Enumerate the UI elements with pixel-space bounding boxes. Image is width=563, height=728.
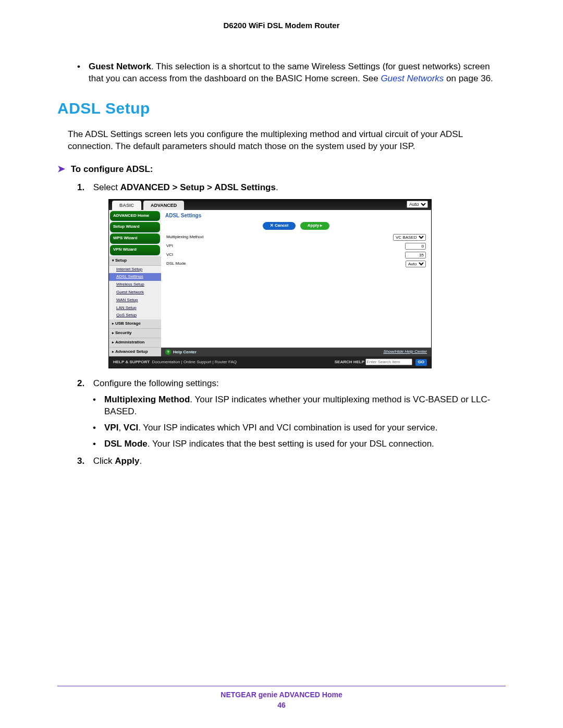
task-heading: ➤ To configure ADSL: — [57, 163, 506, 175]
help-center-bar: ?Help Center Show/Hide Help Center — [161, 348, 431, 357]
sidebar-vpn-wizard[interactable]: VPN Wizard — [110, 245, 160, 255]
page-footer: NETGEAR genie ADVANCED Home 46 — [57, 686, 506, 709]
intro-bullet-label: Guest Network — [89, 61, 151, 71]
vci-input[interactable] — [405, 252, 426, 258]
chevron-right-icon: ➤ — [57, 164, 65, 174]
sidebar-item-guest-network[interactable]: Guest Network — [109, 289, 161, 297]
guest-networks-link[interactable]: Guest Networks — [381, 73, 444, 83]
step-1: 1. Select ADVANCED > Setup > ADSL Settin… — [77, 182, 506, 368]
sidebar-item-wan-setup[interactable]: WAN Setup — [109, 297, 161, 304]
step-3: 3. Click Apply. — [77, 455, 506, 467]
bullet-2-text: . Your ISP indicates which VPI and VCI c… — [138, 423, 437, 433]
step-2-text: Configure the following settings: — [93, 378, 219, 388]
sidebar-section-administration[interactable]: Administration — [109, 338, 161, 348]
question-icon: ? — [165, 349, 171, 355]
step-3-pre: Click — [93, 456, 115, 466]
bullet-2-label-vpi: VPI — [104, 423, 118, 433]
help-support-label: HELP & SUPPORT — [113, 360, 150, 364]
bullet-3-label: DSL Mode — [104, 439, 148, 449]
sidebar-section-usb-storage[interactable]: USB Storage — [109, 319, 161, 329]
step-3-post: . — [140, 456, 142, 466]
step-1-bold: ADVANCED > Setup > ADSL Settings — [120, 182, 276, 192]
step-1-post: . — [276, 182, 278, 192]
page-header: D6200 WiFi DSL Modem Router — [57, 21, 506, 30]
tab-advanced[interactable]: ADVANCED — [143, 201, 184, 210]
sidebar-item-wireless-setup[interactable]: Wireless Setup — [109, 281, 161, 289]
sidebar-wps-wizard[interactable]: WPS Wizard — [110, 233, 160, 244]
step-1-pre: Select — [93, 182, 120, 192]
toggle-help-center[interactable]: Show/Hide Help Center — [383, 349, 427, 355]
step-3-number: 3. — [77, 455, 91, 467]
sidebar-section-security[interactable]: Security — [109, 329, 161, 338]
ui-top-bar: BASIC ADVANCED Auto — [109, 200, 431, 210]
help-center-label: Help Center — [173, 350, 197, 354]
step-2-number: 2. — [77, 378, 91, 390]
step-2-bullet-2: VPI, VCI. Your ISP indicates which VPI a… — [93, 422, 506, 434]
step-1-number: 1. — [77, 182, 91, 194]
ui-footer-bar: HELP & SUPPORT Documentation | Online Su… — [109, 356, 431, 368]
task-label: To configure ADSL: — [71, 164, 153, 174]
vpi-input[interactable] — [405, 243, 426, 250]
intro-bullet: • Guest Network. This selection is a sho… — [89, 61, 506, 85]
bullet-2-label-vci: VCI — [124, 423, 138, 433]
label-multiplexing-method: Multiplexing Method — [166, 235, 203, 240]
search-help-label: SEARCH HELP — [335, 360, 364, 364]
bullet-3-text: . Your ISP indicates that the best setti… — [148, 439, 434, 449]
sidebar-item-internet-setup[interactable]: Internet Setup — [109, 266, 161, 274]
row-dsl-mode: DSL Mode Auto — [161, 260, 431, 268]
sidebar-section-setup[interactable]: Setup — [109, 256, 161, 266]
sidebar-item-lan-setup[interactable]: LAN Setup — [109, 304, 161, 312]
footer-links[interactable]: Documentation | Online Support | Router … — [152, 360, 237, 364]
router-ui-screenshot: BASIC ADVANCED Auto ADVANCED Home Setu — [108, 199, 432, 369]
footer-page-number: 46 — [57, 701, 506, 709]
step-3-bold: Apply — [115, 456, 139, 466]
panel-title: ADSL Settings — [161, 210, 431, 221]
footer-title: NETGEAR genie ADVANCED Home — [57, 690, 506, 699]
tab-basic[interactable]: BASIC — [112, 201, 141, 210]
go-button[interactable]: GO — [415, 359, 427, 366]
sidebar-advanced-home[interactable]: ADVANCED Home — [110, 211, 160, 221]
bullet-1-label: Multiplexing Method — [104, 394, 190, 404]
cancel-button[interactable]: ✕ Cancel — [263, 222, 296, 230]
row-vpi: VPI — [161, 242, 431, 251]
search-help-input[interactable] — [365, 359, 412, 365]
footer-rule — [57, 686, 506, 686]
sidebar-section-advanced-setup[interactable]: Advanced Setup — [109, 348, 161, 357]
ui-sidebar: ADVANCED Home Setup Wizard WPS Wizard VP… — [109, 210, 161, 357]
label-vpi: VPI — [166, 243, 173, 249]
section-paragraph: The ADSL Settings screen lets you config… — [68, 129, 506, 153]
section-heading: ADSL Setup — [57, 100, 506, 117]
sidebar-item-qos-setup[interactable]: QoS Setup — [109, 312, 161, 319]
sidebar-item-adsl-settings[interactable]: ADSL Settings — [109, 273, 161, 281]
bullet-2-sep: , — [118, 423, 123, 433]
label-vci: VCI — [166, 252, 173, 258]
bullet-dot-icon: • — [77, 61, 80, 73]
label-dsl-mode: DSL Mode — [166, 261, 186, 267]
apply-button[interactable]: Apply ▸ — [300, 222, 329, 230]
dsl-mode-select[interactable]: Auto — [406, 261, 426, 267]
top-auto-select[interactable]: Auto — [407, 201, 428, 208]
step-2: 2. Configure the following settings: Mul… — [77, 378, 506, 450]
step-2-bullet-3: DSL Mode. Your ISP indicates that the be… — [93, 438, 506, 450]
row-vci: VCI — [161, 251, 431, 260]
intro-bullet-tail: on page 36. — [444, 73, 493, 83]
step-2-bullet-1: Multiplexing Method. Your ISP indicates … — [93, 394, 506, 418]
sidebar-setup-wizard[interactable]: Setup Wizard — [110, 222, 160, 232]
multiplexing-method-select[interactable]: VC BASED — [393, 234, 426, 241]
row-multiplexing-method: Multiplexing Method VC BASED — [161, 233, 431, 242]
